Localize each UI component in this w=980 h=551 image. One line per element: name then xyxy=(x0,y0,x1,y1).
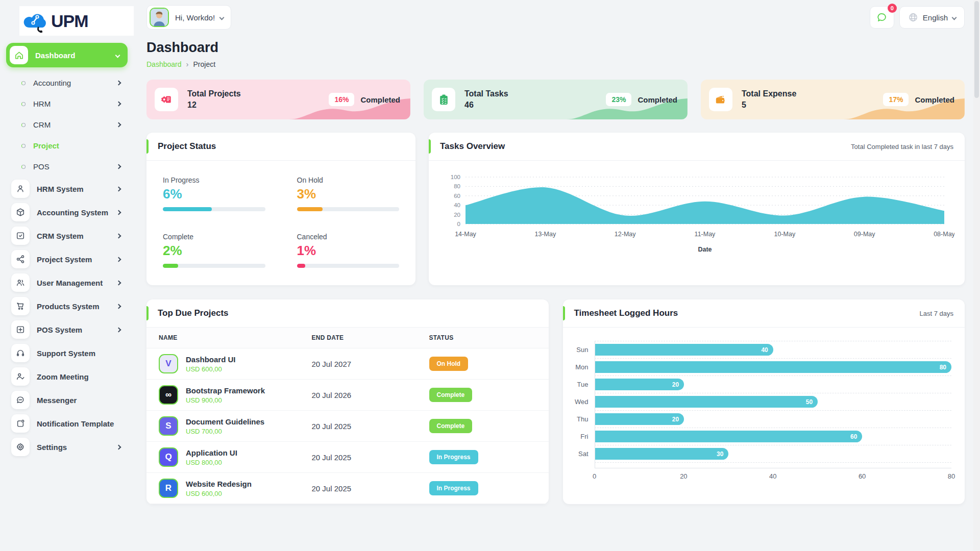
column-header-end-date: END DATE xyxy=(312,334,429,341)
card-subtitle: Total Completed task in last 7 days xyxy=(851,143,953,151)
sidebar-item-dashboard[interactable]: Dashboard xyxy=(6,43,128,67)
sidebar-item-messenger[interactable]: Messenger xyxy=(0,388,134,412)
sidebar-item-products-system[interactable]: Products System xyxy=(0,294,134,318)
status-badge[interactable]: Complete xyxy=(429,419,473,433)
sidebar-item-notification-template[interactable]: Notification Template xyxy=(0,412,134,435)
project-logo-icon: S xyxy=(159,416,178,436)
greeting-text: Hi, Workdo! xyxy=(175,13,215,22)
project-name: Dashboard UI xyxy=(186,355,236,364)
sidebar-item-accounting-system[interactable]: Accounting System xyxy=(0,201,134,224)
timesheet-bar-row: Sun 40 xyxy=(568,341,952,358)
total-projects-card: Total Projects 12 16% Completed xyxy=(146,80,410,119)
sidebar-item-user-management[interactable]: User Management xyxy=(0,271,134,294)
stats-row: Total Projects 12 16% Completed xyxy=(146,80,965,119)
svg-text:20: 20 xyxy=(454,212,460,218)
users-icon xyxy=(11,273,30,292)
bullet-icon xyxy=(21,144,26,148)
status-metric: Complete 2% xyxy=(163,233,265,268)
sidebar-item-pos[interactable]: POS xyxy=(0,156,134,177)
breadcrumb-dashboard-link[interactable]: Dashboard xyxy=(146,60,182,68)
svg-text:09-May: 09-May xyxy=(854,231,875,238)
stat-title: Total Projects xyxy=(187,89,241,98)
breadcrumb-separator: › xyxy=(186,60,189,68)
sidebar-item-hrm[interactable]: HRM xyxy=(0,93,134,114)
bar: 80 xyxy=(595,361,952,373)
column-header-name: NAME xyxy=(159,334,312,341)
metric-label: On Hold xyxy=(297,176,400,184)
scrollbar-thumb[interactable] xyxy=(974,1,979,98)
chevron-right-icon xyxy=(116,81,121,86)
sidebar-item-project[interactable]: Project xyxy=(0,135,134,156)
notification-count-badge: 0 xyxy=(888,4,897,13)
globe-icon xyxy=(908,12,918,22)
sidebar-item-support-system[interactable]: Support System xyxy=(0,341,134,365)
table-row[interactable]: V Dashboard UI USD 600,00 20 Jul 2027 On… xyxy=(146,348,549,380)
project-logo-icon: Q xyxy=(159,447,178,467)
project-name: Document Guidelines xyxy=(186,417,264,426)
bar: 30 xyxy=(595,448,729,460)
svg-text:80: 80 xyxy=(454,183,460,189)
tasks-overview-chart: 02040608010014-May13-May12-May11-May10-M… xyxy=(429,161,965,269)
svg-text:40: 40 xyxy=(454,202,460,208)
sidebar-item-hrm-system[interactable]: HRM System xyxy=(0,177,134,201)
svg-text:0: 0 xyxy=(457,221,460,227)
bar: 60 xyxy=(595,431,863,442)
bar-category-label: Tue xyxy=(568,375,595,393)
progress-bar xyxy=(163,207,265,211)
scrollbar[interactable] xyxy=(973,0,980,551)
sidebar-item-pos-system[interactable]: POS System xyxy=(0,318,134,341)
bullet-icon xyxy=(21,165,26,169)
project-status-metrics: In Progress 6% On Hold 3% Complete 2% Ca… xyxy=(146,161,415,285)
app-logo[interactable]: UPM xyxy=(19,6,134,36)
stat-percent-badge: 16% xyxy=(329,93,354,106)
sidebar-item-settings[interactable]: Settings xyxy=(0,435,134,459)
message-notification-icon xyxy=(876,12,888,23)
cloud-logo-icon xyxy=(22,9,49,33)
top-due-projects-card: Top Due Projects NAME END DATE STATUS V … xyxy=(146,299,549,504)
timesheet-bar-row: Wed 50 xyxy=(568,393,952,410)
chevron-right-icon xyxy=(116,257,121,262)
sidebar-item-crm-system[interactable]: CRM System xyxy=(0,224,134,247)
table-row[interactable]: ∞ Bootstrap Framework USD 900,00 20 Jul … xyxy=(146,380,549,411)
chevron-right-icon xyxy=(116,280,121,285)
breadcrumb: Dashboard › Project xyxy=(146,60,965,68)
x-axis: 020406080 xyxy=(595,468,952,483)
language-selector[interactable]: English xyxy=(899,6,965,29)
metric-label: Canceled xyxy=(297,233,400,241)
sidebar-item-accounting[interactable]: Accounting xyxy=(0,72,134,93)
svg-text:14-May: 14-May xyxy=(455,231,476,238)
metric-label: Complete xyxy=(163,233,265,241)
timesheet-card: Timesheet Logged Hours Last 7 days Sun 4… xyxy=(563,299,965,504)
stat-title: Total Expense xyxy=(742,89,796,98)
sidebar-item-crm[interactable]: CRM xyxy=(0,114,134,135)
chevron-right-icon xyxy=(116,210,121,215)
sidebar-item-project-system[interactable]: Project System xyxy=(0,247,134,271)
metric-value: 1% xyxy=(297,243,400,259)
headphones-icon xyxy=(11,344,30,362)
table-row[interactable]: R Website Redesign USD 600,00 20 Jul 202… xyxy=(146,473,549,504)
status-badge[interactable]: Complete xyxy=(429,388,473,402)
table-row[interactable]: Q Application UI USD 800,00 20 Jul 2025 … xyxy=(146,442,549,473)
metric-value: 2% xyxy=(163,243,265,259)
status-badge[interactable]: On Hold xyxy=(429,357,469,371)
project-amount: USD 800,00 xyxy=(186,459,237,466)
chevron-right-icon xyxy=(116,186,121,191)
bullet-icon xyxy=(21,123,26,127)
sidebar-item-zoom-meeting[interactable]: Zoom Meeting xyxy=(0,365,134,388)
stat-title: Total Tasks xyxy=(464,89,508,98)
svg-text:11-May: 11-May xyxy=(695,231,716,238)
status-badge[interactable]: In Progress xyxy=(429,450,478,464)
status-badge[interactable]: In Progress xyxy=(429,481,478,495)
table-header: NAME END DATE STATUS xyxy=(146,328,549,348)
progress-bar xyxy=(163,264,265,268)
project-amount: USD 600,00 xyxy=(186,365,236,373)
table-row[interactable]: S Document Guidelines USD 700,00 20 Jul … xyxy=(146,411,549,442)
person-check-icon xyxy=(11,367,30,386)
notifications-button[interactable]: 0 xyxy=(870,6,894,29)
bar: 20 xyxy=(595,413,684,425)
project-amount: USD 900,00 xyxy=(186,396,265,404)
svg-text:60: 60 xyxy=(454,193,460,199)
user-menu[interactable]: Hi, Workdo! xyxy=(146,5,231,30)
progress-bar xyxy=(297,264,400,268)
bar-category-label: Wed xyxy=(568,393,595,410)
